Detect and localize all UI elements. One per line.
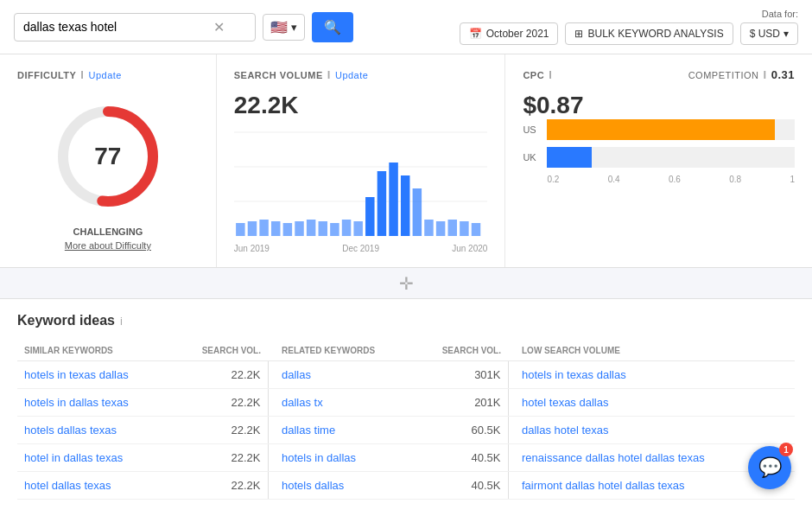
svg-rect-23 <box>447 220 456 236</box>
chat-bubble[interactable]: 💬 1 <box>748 446 791 489</box>
divider-cell-1 <box>268 417 275 444</box>
similar-kw[interactable]: hotels dallas texas <box>17 417 190 444</box>
calendar-icon: 📅 <box>469 28 482 40</box>
related-vol: 201K <box>430 389 508 417</box>
cpc-bar-uk-bg <box>547 147 795 168</box>
divider-cell-1 <box>268 472 275 500</box>
similar-vol: 22.2K <box>190 389 268 417</box>
similar-vol: 22.2K <box>190 417 268 444</box>
difficulty-card: DIFFICULTY i Update 77 CHALLENGING More … <box>0 54 217 267</box>
dropdown-arrow-icon: ▾ <box>291 21 297 34</box>
competition-info-icon[interactable]: i <box>764 68 767 81</box>
divider-cell-2 <box>508 361 515 389</box>
similar-kw[interactable]: hotel in dallas texas <box>17 444 190 472</box>
table-row: hotel dallas texas 22.2K hotels dallas 4… <box>17 472 795 500</box>
svg-rect-13 <box>330 223 339 236</box>
sv-title: SEARCH VOLUME i Update <box>234 68 488 81</box>
svg-rect-16 <box>365 197 374 236</box>
difficulty-info-icon[interactable]: i <box>80 68 84 81</box>
similar-vol: 22.2K <box>190 444 268 472</box>
currency-button[interactable]: $ USD ▾ <box>740 22 798 45</box>
bulk-analysis-button[interactable]: ⊞ BULK KEYWORD ANALYSIS <box>565 22 733 45</box>
related-kw[interactable]: dallas tx <box>275 389 430 417</box>
related-vol: 40.5K <box>430 444 508 472</box>
similar-kw[interactable]: hotel dallas texas <box>17 472 190 500</box>
sv-info-icon[interactable]: i <box>327 68 331 81</box>
divider-cell-2 <box>508 417 515 444</box>
svg-rect-25 <box>472 223 480 236</box>
similar-kw[interactable]: hotels in dallas texas <box>17 389 190 417</box>
more-about-difficulty-link[interactable]: More about Difficulty <box>65 240 151 251</box>
cpc-bar-us-bg <box>547 119 795 140</box>
search-button[interactable]: 🔍 <box>312 12 353 42</box>
divider-row: ✛ <box>0 268 812 299</box>
currency-arrow-icon: ▾ <box>783 28 789 40</box>
related-kw[interactable]: hotels dallas <box>275 472 430 500</box>
related-kw[interactable]: dallas time <box>275 417 430 444</box>
divider-cell-2 <box>508 444 515 472</box>
low-kw[interactable]: hotels in texas dallas <box>515 361 795 389</box>
table-row: hotels in texas dallas 22.2K dallas 301K… <box>17 361 795 389</box>
chat-badge: 1 <box>779 443 793 456</box>
date-button[interactable]: 📅 October 2021 <box>460 22 559 45</box>
cpc-bar-uk: UK <box>523 147 795 168</box>
move-cursor-icon: ✛ <box>399 273 414 294</box>
divider-cell-1 <box>268 444 275 472</box>
svg-rect-21 <box>424 220 433 236</box>
clear-icon[interactable]: ✕ <box>213 19 225 35</box>
search-volume-card: SEARCH VOLUME i Update 22.2K <box>217 54 506 267</box>
table-row: hotels dallas texas 22.2K dallas time 60… <box>17 417 795 444</box>
chat-icon: 💬 <box>758 456 782 479</box>
sv-chart <box>234 128 488 240</box>
search-area: ✕ 🇺🇸 ▾ 🔍 <box>14 12 353 42</box>
keyword-ideas-info-icon[interactable]: i <box>120 315 123 328</box>
flag-dropdown[interactable]: 🇺🇸 ▾ <box>263 14 305 41</box>
related-kw[interactable]: dallas <box>275 361 430 389</box>
currency-label: $ USD <box>750 28 780 40</box>
svg-rect-14 <box>342 220 351 236</box>
svg-rect-19 <box>401 175 409 236</box>
cpc-bar-us-fill <box>547 119 775 140</box>
cpc-title: CPC i COMPETITION i 0.31 <box>523 68 795 81</box>
related-kw[interactable]: hotels in dallas <box>275 444 430 472</box>
difficulty-update-link[interactable]: Update <box>88 70 121 80</box>
cpc-bar-uk-fill <box>547 147 592 168</box>
low-kw[interactable]: dallas hotel texas <box>515 417 795 444</box>
cpc-label: CPC <box>523 70 544 80</box>
divider-cell-2 <box>508 389 515 417</box>
keyword-ideas-label: Keyword ideas <box>17 313 115 328</box>
table-row: hotel in dallas texas 22.2K hotels in da… <box>17 444 795 472</box>
col-header-related: RELATED KEYWORDS <box>275 341 430 361</box>
similar-kw[interactable]: hotels in texas dallas <box>17 361 190 389</box>
cpc-value: $0.87 <box>523 92 795 119</box>
keyword-ideas-title: Keyword ideas i <box>17 313 795 328</box>
date-label: October 2021 <box>486 28 549 40</box>
difficulty-value: 77 <box>94 143 121 169</box>
sv-x-label-3: Jun 2020 <box>452 244 487 253</box>
svg-rect-9 <box>282 223 291 236</box>
col-header-svol2: SEARCH VOL. <box>430 341 508 361</box>
svg-rect-15 <box>353 221 362 236</box>
similar-vol: 22.2K <box>190 361 268 389</box>
sv-update-link[interactable]: Update <box>335 70 368 80</box>
cpc-bar-us: US <box>523 119 795 140</box>
cpc-card: CPC i COMPETITION i 0.31 $0.87 US UK 0.2 <box>505 54 812 267</box>
cpc-info-icon[interactable]: i <box>549 68 552 81</box>
flag-icon: 🇺🇸 <box>270 19 288 35</box>
header: ✕ 🇺🇸 ▾ 🔍 Data for: 📅 October 2021 ⊞ BULK… <box>0 0 812 54</box>
svg-rect-12 <box>318 221 327 236</box>
sv-label: SEARCH VOLUME <box>234 70 323 80</box>
difficulty-level-label: CHALLENGING <box>73 226 143 237</box>
sv-x-label-1: Jun 2019 <box>234 244 270 253</box>
col-header-similar: SIMILAR KEYWORDS <box>17 341 190 361</box>
svg-rect-17 <box>377 171 385 236</box>
svg-rect-22 <box>436 221 445 236</box>
svg-rect-7 <box>259 220 268 236</box>
search-input[interactable] <box>23 20 213 34</box>
low-kw[interactable]: hotel texas dallas <box>515 389 795 417</box>
divider-cell-1 <box>268 389 275 417</box>
svg-rect-5 <box>236 223 244 236</box>
cpc-x-axis: 0.2 0.4 0.6 0.8 1 <box>523 175 795 184</box>
cpc-x-0.8: 0.8 <box>729 175 741 184</box>
difficulty-label: DIFFICULTY <box>17 70 76 80</box>
